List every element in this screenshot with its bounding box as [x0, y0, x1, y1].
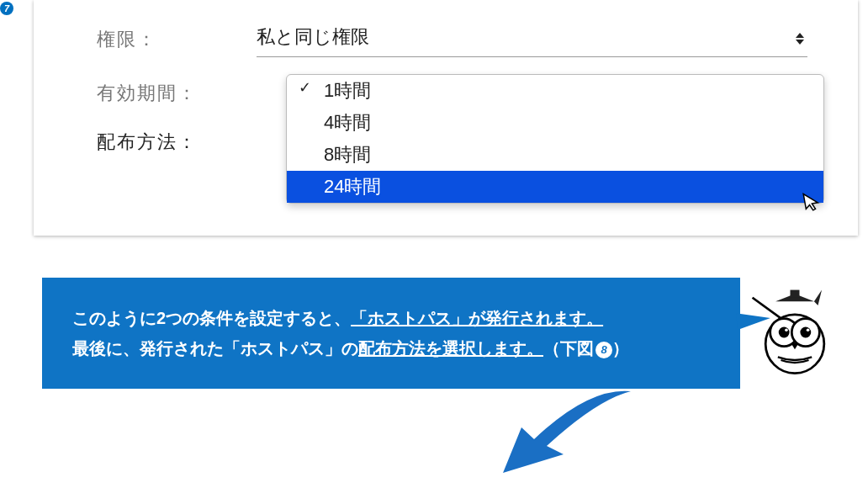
callout-text: ）: [612, 339, 629, 358]
form-panel: 権限： 私と同じ権限 有効期間： 配布方法： 1時間 4時間 8時間 24時間: [34, 0, 858, 236]
duration-dropdown[interactable]: 1時間 4時間 8時間 24時間: [286, 74, 824, 204]
stepper-icon: [796, 33, 804, 45]
owl-mascot-icon: [749, 286, 841, 379]
inline-step-badge: 8: [595, 342, 612, 358]
duration-label: 有効期間：: [97, 81, 257, 106]
arrow-down-icon: [488, 387, 639, 480]
callout-text: （下図: [543, 339, 594, 358]
svg-rect-1: [791, 290, 800, 298]
callout-text: 最後に、発行された「ホストパス」の: [72, 339, 358, 358]
dropdown-item[interactable]: 8時間: [287, 139, 823, 171]
distribution-label: 配布方法：: [97, 130, 257, 155]
step-badge: 7: [0, 2, 13, 15]
permission-value: 私と同じ権限: [257, 21, 807, 53]
callout-line2: 最後に、発行された「ホストパス」の配布方法を選択します。（下図8）: [72, 333, 710, 363]
dropdown-item[interactable]: 24時間: [287, 171, 823, 203]
permission-label: 権限：: [97, 27, 257, 52]
callout-box: このように2つの条件を設定すると、「ホストパス」が発行されます。 最後に、発行さ…: [42, 278, 740, 389]
callout-underline: 「ホストパス」が発行されます。: [351, 309, 603, 327]
callout-underline: 配布方法を選択します。: [358, 339, 543, 358]
dropdown-item[interactable]: 1時間: [287, 75, 823, 107]
dropdown-item[interactable]: 4時間: [287, 107, 823, 139]
permission-row: 権限： 私と同じ権限: [97, 21, 807, 57]
svg-point-7: [785, 328, 788, 332]
svg-point-5: [779, 327, 790, 338]
callout-line1: このように2つの条件を設定すると、「ホストパス」が発行されます。: [72, 303, 710, 333]
callout-text: このように2つの条件を設定すると、: [72, 309, 351, 327]
cursor-icon: [802, 189, 822, 214]
svg-point-8: [807, 328, 810, 332]
svg-point-6: [800, 327, 811, 338]
permission-select[interactable]: 私と同じ権限: [257, 21, 807, 57]
